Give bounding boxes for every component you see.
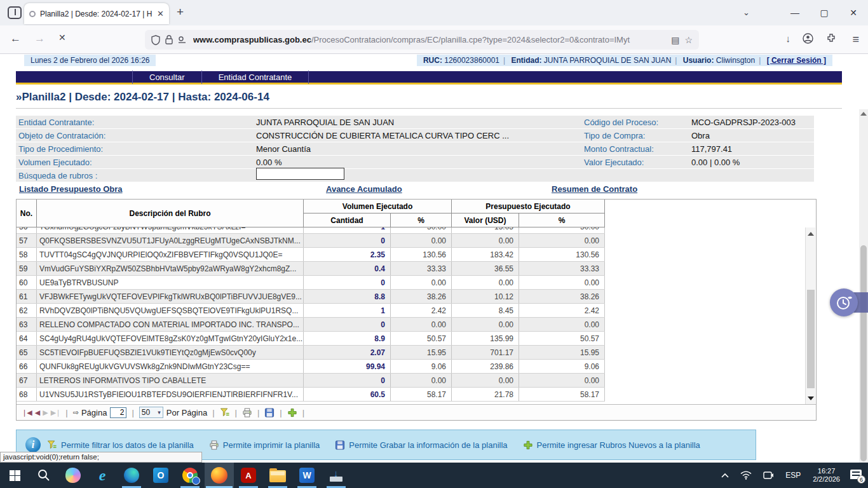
back-button[interactable]: ← xyxy=(10,32,21,45)
table-cell: 0 xyxy=(304,318,391,331)
search-rubros-input[interactable] xyxy=(256,168,344,180)
table-cell: 63 xyxy=(17,318,37,331)
scroll-up-icon[interactable] xyxy=(806,229,816,238)
table-cell: 15.95 xyxy=(391,346,452,359)
search-icon[interactable] xyxy=(29,463,58,488)
reader-view-icon[interactable]: ▤ xyxy=(671,35,679,45)
table-cell: 57 xyxy=(17,234,37,247)
link-resumen-contrato[interactable]: Resumen de Contrato xyxy=(552,184,637,194)
edge-icon[interactable] xyxy=(117,463,146,488)
goto-page-icon[interactable]: ⇨ xyxy=(73,409,78,417)
taskbar-clock[interactable]: 16:272/2/2026 xyxy=(808,467,845,484)
info-tipo-compra-value: Obra xyxy=(691,131,814,140)
info-volumen-label: Volumen Ejecutado: xyxy=(16,158,256,167)
table-row[interactable]: 56TGxhdmUgZGUgcGFzbyBNYW5pamEgcmVkb25kYS… xyxy=(17,227,605,234)
table-row[interactable]: 65SC5TIEVOIFpBUEFUQSBZIE1VUk9TIEYtQz0gMj… xyxy=(17,346,605,360)
browser-tab[interactable]: Planilla2 | Desde: 2024-02-17 | H ✕ xyxy=(24,3,169,24)
stop-button[interactable]: ✕ xyxy=(58,32,66,43)
window-minimize-button[interactable]: — xyxy=(780,8,810,18)
link-listado-presupuesto[interactable]: Listado Presupuesto Obra xyxy=(19,184,123,194)
table-cell: 0.00 xyxy=(391,374,452,387)
print-icon xyxy=(209,440,219,450)
chrome-icon[interactable] xyxy=(175,463,205,488)
lock-icon[interactable] xyxy=(165,35,173,44)
firefox-icon[interactable] xyxy=(205,463,234,488)
status-bar: javascript:void(0);return false; xyxy=(0,452,202,463)
table-row[interactable]: 61VFJBWkFETywgUkVQTEFOVEVPIFkgTklWRUxBQ0… xyxy=(17,290,605,304)
table-row[interactable]: 66QUNFUk8gREUgUkVGVUVSWk8gZnk9NDIwMGtnY2… xyxy=(17,360,605,374)
legend-filter: Permite filtrar los datos de la planilla xyxy=(47,440,194,450)
last-page-icon[interactable]: ▶❘ xyxy=(51,409,61,417)
menu-icon[interactable]: ≡ xyxy=(852,33,859,46)
page-scroll-thumb[interactable] xyxy=(860,245,867,461)
url-bar[interactable]: www.compraspublicas.gob.ec/ProcesoContra… xyxy=(145,30,699,50)
forward-button[interactable]: → xyxy=(34,32,45,45)
internet-explorer-icon[interactable]: e xyxy=(88,463,117,488)
meet-now-icon[interactable] xyxy=(759,471,778,480)
firefox-view-icon[interactable] xyxy=(8,6,22,19)
file-explorer-icon[interactable] xyxy=(263,463,292,488)
col-group-presupuesto: Presupuesto Ejecutado xyxy=(452,200,605,214)
table-cell: 50.00 xyxy=(519,227,605,233)
table-cell: 0.00 xyxy=(452,318,519,331)
col-header-vol-pct: % xyxy=(391,214,452,227)
prev-page-icon[interactable]: ◀ xyxy=(35,409,39,417)
info-volumen-value: 0.00 % xyxy=(256,158,581,167)
list-all-tabs-icon[interactable]: ⌄ xyxy=(743,8,750,17)
table-row[interactable]: 57Q0FKQSBERSBESVNZVU5UT1JFUyA0LzggREUgMT… xyxy=(17,234,605,248)
next-page-icon[interactable]: ▶ xyxy=(43,409,47,417)
save-icon[interactable] xyxy=(264,408,275,417)
table-row[interactable]: 62RVhDQVZBQ0lPTiBNQU5VQUwgUEFSQSBQTElOVE… xyxy=(17,304,605,318)
table-row[interactable]: 67LETREROS INFORMATIVOS TIPO CABALLETE00… xyxy=(17,374,605,388)
download-app-icon[interactable]: ↓ xyxy=(322,463,351,488)
table-row[interactable]: 63RELLENO COMPACTADO CON MATERIAL IMPORT… xyxy=(17,318,605,332)
window-close-button[interactable]: ✕ xyxy=(839,8,868,18)
wifi-icon[interactable] xyxy=(736,471,756,480)
tray-chevron-icon[interactable] xyxy=(717,473,733,478)
clock-widget[interactable] xyxy=(830,288,859,316)
start-button[interactable] xyxy=(0,463,29,488)
usuario-value: Cliwinsgton xyxy=(716,56,755,65)
table-scrollbar[interactable] xyxy=(805,227,815,404)
table-row[interactable]: 68U1VNSU5JU1RSTyBFIElOU1RBTEFDSU9OIERFIE… xyxy=(17,388,605,402)
notifications-icon[interactable]: 6 xyxy=(848,468,864,482)
acrobat-icon[interactable]: A xyxy=(234,463,263,488)
word-icon[interactable]: W xyxy=(292,463,322,488)
menu-item-entidad-contratante[interactable]: Entidad Contratante xyxy=(202,72,309,82)
link-avance-acumulado[interactable]: Avance Acumulado xyxy=(326,184,402,194)
scroll-down-icon[interactable] xyxy=(806,393,816,403)
downloads-icon[interactable]: ↓ xyxy=(786,33,791,44)
table-cell: 0.00 xyxy=(452,234,519,247)
per-page-select[interactable]: 50▾ xyxy=(139,407,163,418)
extensions-icon[interactable] xyxy=(826,33,836,45)
clock-icon[interactable] xyxy=(830,288,858,316)
bookmark-star-icon[interactable]: ☆ xyxy=(684,35,693,45)
window-maximize-button[interactable]: ▢ xyxy=(810,8,839,18)
menu-item-consultar[interactable]: Consultar xyxy=(133,72,201,82)
current-datetime: Lunes 2 de Febrero del 2026 16:26 xyxy=(24,55,156,66)
account-icon[interactable] xyxy=(803,33,813,46)
table-cell: 33.33 xyxy=(519,262,605,275)
print-icon[interactable] xyxy=(242,408,252,417)
add-rubro-icon[interactable] xyxy=(287,408,297,417)
url-text[interactable]: www.compraspublicas.gob.ec/ProcesoContra… xyxy=(193,35,666,44)
language-indicator[interactable]: ESP xyxy=(781,471,805,480)
shield-icon[interactable] xyxy=(151,35,160,45)
copilot-icon[interactable] xyxy=(58,463,88,488)
page-number-input[interactable] xyxy=(110,407,126,418)
table-row[interactable]: 58TUVTT04gSC4gQVJNQURPIElOQ0xZIFBBVEFTIF… xyxy=(17,248,605,262)
table-row[interactable]: 59VmVudGFuYSBiYXRpZW50ZSBhbHVtaW5pby92aW… xyxy=(17,262,605,276)
logout-link[interactable]: [ Cerrar Sesión ] xyxy=(767,56,826,65)
first-page-icon[interactable]: ❘◀ xyxy=(22,409,32,417)
filter-icon[interactable] xyxy=(220,408,230,417)
filter-icon xyxy=(47,440,57,450)
outlook-icon[interactable]: O xyxy=(146,463,175,488)
table-row[interactable]: 60UE9aTyBTRVBUSUNP00.000.000.00 xyxy=(17,276,605,290)
col-group-volumen: Volumen Ejecutado xyxy=(304,200,452,214)
table-scroll-thumb[interactable] xyxy=(807,290,815,388)
permissions-icon[interactable] xyxy=(178,36,188,44)
table-row[interactable]: 64SC4gUy4gRU4gUkVQTEFOVElMTE8gZsK0Yz0gMT… xyxy=(17,332,605,346)
table-cell: 0.00 xyxy=(452,276,519,289)
new-tab-button[interactable]: + xyxy=(177,5,184,19)
tab-close-icon[interactable]: ✕ xyxy=(157,9,164,18)
